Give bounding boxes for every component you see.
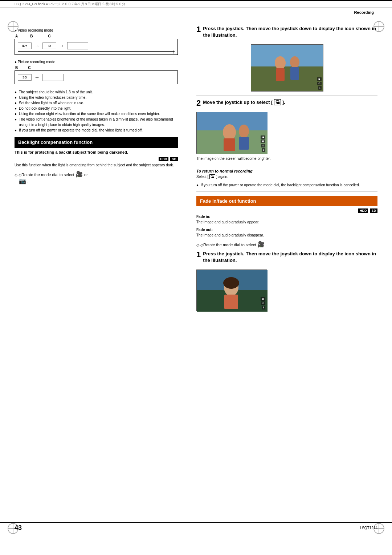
fade-sd-badge: SD bbox=[370, 208, 377, 213]
bullet-list: The subject should be within 1.3 m of th… bbox=[15, 89, 178, 133]
arrow-2: → bbox=[59, 43, 64, 48]
overlay-icon-3: ℹ bbox=[318, 86, 322, 90]
svg-point-17 bbox=[290, 56, 299, 68]
overlay-icon-1: ▣ bbox=[317, 77, 322, 81]
bullet-item: If you turn off the power or operate the… bbox=[19, 127, 178, 133]
recording-label: Recording bbox=[0, 8, 392, 15]
picture-diag-row: SD ↔ bbox=[18, 74, 175, 81]
hdd-sd-badge: HDD SD bbox=[15, 157, 178, 161]
picture-diag-container: SD ↔ bbox=[15, 70, 178, 84]
image-caption: The image on the screen will become brig… bbox=[196, 156, 377, 161]
bullet-item: Using the colour night view function at … bbox=[19, 111, 178, 117]
corner-decoration-tl bbox=[7, 20, 20, 33]
svg-point-23 bbox=[239, 125, 249, 138]
fade-hdd-sd-badge: HDD SD bbox=[196, 208, 377, 212]
fade-in-text: Fade in: The image and audio gradually a… bbox=[196, 214, 377, 225]
icon-symbol-2: 🌤 bbox=[274, 99, 281, 105]
backlight-section-header: Backlight compensation function bbox=[15, 137, 178, 148]
fade-step1-block: 1 Press the joystick. Then move the joys… bbox=[196, 251, 377, 267]
video-diag-container: ID+ → ID → ↑ ↑ bbox=[15, 39, 178, 55]
overlay-icon-d: ℹ bbox=[262, 148, 265, 152]
return-arrow: ↑ ↑ bbox=[18, 51, 175, 52]
fade-step1-content: Press the joystick. Then move the joysti… bbox=[203, 251, 377, 267]
fade-image: ▣ ⊙ ℹ bbox=[196, 270, 267, 311]
fade-step1-text: Press the joystick. Then move the joysti… bbox=[203, 251, 377, 264]
corner-decoration-tr bbox=[372, 20, 385, 33]
step2-number: 2 bbox=[196, 99, 201, 109]
diag-label-c: C bbox=[48, 34, 50, 38]
pic-diag-label-c: C bbox=[28, 66, 30, 70]
page-number: 43 bbox=[15, 524, 22, 532]
bullet-item: Set the video light to off when not in u… bbox=[19, 100, 178, 106]
svg-rect-24 bbox=[239, 137, 249, 150]
video-mode-label: Video recording mode bbox=[15, 28, 178, 32]
arrow-1: → bbox=[34, 43, 40, 48]
svg-rect-22 bbox=[224, 138, 235, 151]
fade-overlay-icon-1: ▣ bbox=[261, 297, 265, 301]
fade-image-overlay-icons: ▣ ⊙ ℹ bbox=[261, 297, 265, 309]
right-column: 1 Press the joystick. Then move the joys… bbox=[189, 25, 377, 313]
overlay-icon-c: ⊙ bbox=[261, 144, 265, 147]
svg-rect-29 bbox=[224, 295, 238, 309]
return-bullet-item: If you turn off the power or operate the… bbox=[201, 182, 377, 188]
return-text: Select [ 🌤 ] again. bbox=[196, 174, 377, 179]
step1-image: ▣ ⊙ ℹ bbox=[251, 44, 323, 92]
pic-diag-cell-b: SD bbox=[18, 74, 32, 81]
fade-section-header: Fade in/fade out function bbox=[196, 196, 377, 206]
image1-overlay-icons: ▣ ⊙ ℹ bbox=[317, 77, 322, 90]
divider-2 bbox=[196, 165, 377, 165]
fade-overlay-icon-3: ℹ bbox=[262, 306, 265, 309]
diamond-icon: ◇ bbox=[15, 173, 17, 177]
step2-content: Move the joystick up to select [ 🌤 ]. bbox=[203, 99, 285, 109]
bullet-item: The subject should be within 1.3 m of th… bbox=[19, 89, 178, 95]
pic-diag-label-b: B bbox=[15, 66, 18, 70]
rotate-instruction-backlight: ◇ ◇Rotate the mode dial to select 🎥 or 📷… bbox=[15, 171, 178, 185]
svg-rect-18 bbox=[290, 67, 299, 80]
svg-point-30 bbox=[223, 277, 239, 289]
backlight-subtitle: This is for protecting a backlit subject… bbox=[15, 150, 178, 154]
diag-label-a: A bbox=[15, 34, 18, 38]
fade-hdd-badge: HDD bbox=[358, 208, 368, 213]
header-strip: LSQT1214_GN.book 43 ページ ２００７年２月８日 木曜日 午後… bbox=[0, 0, 392, 8]
video-camera-icon: 🎥 bbox=[75, 171, 84, 177]
fade-out-text: Fade out: The image and audio gradually … bbox=[196, 227, 377, 238]
step1-number: 1 bbox=[196, 25, 201, 41]
svg-rect-16 bbox=[276, 68, 285, 81]
diag-cell-a: ID+ bbox=[18, 42, 32, 49]
return-icon: 🌤 bbox=[209, 174, 215, 179]
video-diag-row: ID+ → ID → bbox=[18, 42, 175, 49]
pic-arrow: ↔ bbox=[34, 75, 40, 80]
bullet-item: The video light enables brightening of t… bbox=[19, 117, 178, 127]
return-bullet: If you turn off the power or operate the… bbox=[196, 182, 377, 188]
step2-image: 🌤 ▣ ⊙ ℹ bbox=[196, 112, 267, 154]
backlight-body-text: Use this function when the light is eman… bbox=[15, 162, 178, 168]
main-content: Video recording mode A B C ID+ → ID bbox=[0, 18, 392, 321]
diag-cell-b: ID bbox=[42, 42, 56, 49]
return-heading: To return to normal recording bbox=[196, 169, 377, 173]
photo-camera-icon: 📷 bbox=[19, 178, 26, 184]
picture-mode-label: Picture recording mode bbox=[15, 60, 178, 64]
step1-block: 1 Press the joystick. Then move the joys… bbox=[196, 25, 377, 41]
svg-point-15 bbox=[275, 56, 286, 69]
fade-video-icon: 🎥 bbox=[257, 241, 265, 247]
fade-overlay-icon-2: ⊙ bbox=[261, 301, 265, 305]
overlay-icon-2: ⊙ bbox=[317, 82, 322, 85]
image2-overlay-icons: 🌤 ▣ ⊙ ℹ bbox=[261, 135, 265, 152]
fade-step1-number: 1 bbox=[196, 251, 201, 267]
overlay-icon-a: 🌤 bbox=[261, 135, 265, 139]
left-column: Video recording mode A B C ID+ → ID bbox=[15, 25, 189, 313]
sd-badge: SD bbox=[170, 157, 178, 161]
svg-rect-14 bbox=[251, 45, 323, 66]
divider-3 bbox=[196, 191, 377, 192]
picture-mode-diagram: B C SD ↔ bbox=[15, 66, 178, 84]
rotate-instruction-fade: ◇ ◇Rotate the mode dial to select 🎥 . bbox=[196, 241, 377, 248]
svg-point-21 bbox=[223, 124, 236, 140]
page: LSQT1214_GN.book 43 ページ ２００７年２月８日 木曜日 午後… bbox=[0, 0, 392, 555]
hdd-badge: HDD bbox=[159, 157, 169, 161]
diag-label-b: B bbox=[30, 34, 33, 38]
divider-1 bbox=[196, 95, 377, 96]
header-text: LSQT1214_GN.book 43 ページ ２００７年２月８日 木曜日 午後… bbox=[15, 2, 125, 7]
svg-rect-13 bbox=[251, 66, 323, 92]
diamond-icon-2: ◇ bbox=[196, 243, 199, 247]
footer: 43 LSQT1214 bbox=[0, 522, 392, 533]
